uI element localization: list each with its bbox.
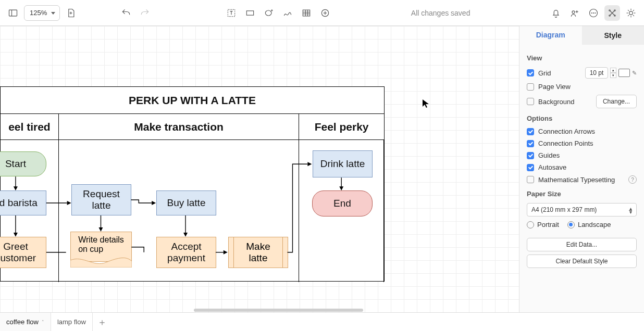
tab-diagram[interactable]: Diagram [519, 26, 582, 45]
notifications-icon[interactable] [548, 5, 564, 21]
lane-header-1[interactable]: eel tired [1, 114, 59, 139]
table-tool-icon[interactable] [299, 5, 314, 21]
points-label: Connection Points [538, 139, 637, 147]
guides-label: Guides [538, 151, 637, 159]
horizontal-scrollbar[interactable] [194, 308, 519, 312]
cursor-icon [422, 99, 429, 108]
add-shape-icon[interactable] [317, 5, 333, 21]
svg-point-22 [593, 12, 594, 13]
help-icon[interactable]: ? [628, 175, 637, 184]
redo-icon[interactable] [137, 5, 153, 21]
svg-point-6 [266, 10, 272, 16]
svg-point-17 [572, 10, 575, 13]
edit-color-icon[interactable]: ✎ [632, 70, 637, 77]
svg-line-35 [633, 10, 634, 11]
arrows-label: Connection Arrows [538, 128, 637, 135]
grid-checkbox[interactable] [527, 69, 534, 77]
arrows-checkbox[interactable] [527, 128, 534, 135]
start-node[interactable]: Start [0, 151, 46, 176]
portrait-radio[interactable] [527, 221, 534, 228]
portrait-label: Portrait [537, 221, 559, 228]
chevron-up-icon: ˄ [42, 320, 44, 325]
zoom-select[interactable]: 125% [24, 5, 60, 21]
pageview-label: Page View [538, 83, 637, 91]
page-tab-active[interactable]: coffee flow˄ [0, 313, 51, 331]
view-heading: View [527, 54, 637, 62]
svg-line-36 [628, 15, 629, 16]
svg-rect-5 [247, 10, 254, 15]
end-node[interactable]: End [312, 190, 373, 217]
add-page-button[interactable]: ＋ [93, 313, 112, 331]
options-heading: Options [527, 114, 637, 122]
lane-header-2[interactable]: Make transaction [59, 114, 299, 139]
svg-line-34 [633, 15, 634, 16]
comment-icon[interactable] [586, 5, 601, 21]
undo-icon[interactable] [118, 5, 134, 21]
greet-node[interactable]: Greet customer [0, 237, 46, 268]
save-status: All changes saved [336, 9, 545, 17]
landscape-radio[interactable] [567, 221, 575, 228]
freehand-tool-icon[interactable] [280, 5, 295, 21]
write-node[interactable]: Write details on cup [70, 232, 132, 262]
new-page-icon[interactable] [63, 5, 79, 21]
right-panel: Diagram Style View Grid 10 pt ▴▾ ✎ Page … [519, 26, 644, 312]
drink-node[interactable]: Drink latte [313, 150, 373, 177]
make-latte-node[interactable]: Make latte [228, 237, 288, 268]
svg-rect-9 [303, 10, 310, 16]
swimlane-title[interactable]: PERK UP WITH A LATTE [1, 87, 384, 114]
change-background-button[interactable]: Change... [596, 95, 637, 108]
grid-label: Grid [538, 69, 581, 77]
grid-size-steppers[interactable]: ▴▾ [610, 68, 616, 78]
autosave-checkbox[interactable] [527, 164, 534, 171]
page-tabs: coffee flow˄ lamp flow ＋ [0, 312, 644, 331]
page-tab-other[interactable]: lamp flow [51, 313, 93, 331]
accept-node[interactable]: Accept payment [156, 237, 216, 268]
ellipse-tool-icon[interactable] [261, 5, 277, 21]
request-node[interactable]: Request latte [71, 184, 131, 215]
rectangle-tool-icon[interactable] [242, 5, 258, 21]
find-barista-node[interactable]: nd barista [0, 190, 46, 215]
background-label: Background [538, 98, 592, 106]
lane-header-3[interactable]: Feel perky [299, 114, 384, 139]
swimlane-container[interactable]: PERK UP WITH A LATTE eel tired Make tran… [0, 86, 385, 282]
clear-style-button[interactable]: Clear Default Style [527, 254, 637, 268]
theme-icon[interactable] [623, 5, 639, 21]
guides-checkbox[interactable] [527, 152, 534, 159]
svg-point-21 [591, 12, 592, 13]
buy-node[interactable]: Buy latte [156, 190, 216, 215]
landscape-label: Landscape [578, 221, 611, 228]
paper-size-select[interactable]: A4 (210 mm x 297 mm) ▴▾ [527, 203, 637, 217]
text-tool-icon[interactable] [224, 5, 239, 21]
edit-data-button[interactable]: Edit Data... [527, 238, 637, 251]
paper-heading: Paper Size [527, 190, 637, 198]
canvas[interactable]: PERK UP WITH A LATTE eel tired Make tran… [0, 26, 519, 312]
math-label: Mathematical Typesetting [538, 176, 624, 184]
background-checkbox[interactable] [527, 98, 534, 105]
panel-toggle-icon[interactable] [604, 5, 620, 21]
points-checkbox[interactable] [527, 140, 534, 147]
autosave-label: Autosave [538, 163, 637, 171]
top-toolbar: 125% All changes saved [0, 0, 644, 26]
share-icon[interactable] [567, 5, 583, 21]
svg-point-28 [629, 11, 633, 15]
pageview-checkbox[interactable] [527, 83, 534, 91]
toggle-sidebar-icon[interactable] [5, 5, 21, 21]
zoom-value: 125% [30, 9, 47, 17]
grid-color-swatch[interactable] [618, 69, 630, 77]
svg-point-23 [595, 12, 596, 13]
grid-size-input[interactable]: 10 pt [585, 67, 608, 79]
svg-rect-0 [9, 10, 17, 16]
math-checkbox[interactable] [527, 176, 534, 183]
svg-line-33 [628, 10, 629, 11]
tab-style[interactable]: Style [582, 26, 645, 45]
